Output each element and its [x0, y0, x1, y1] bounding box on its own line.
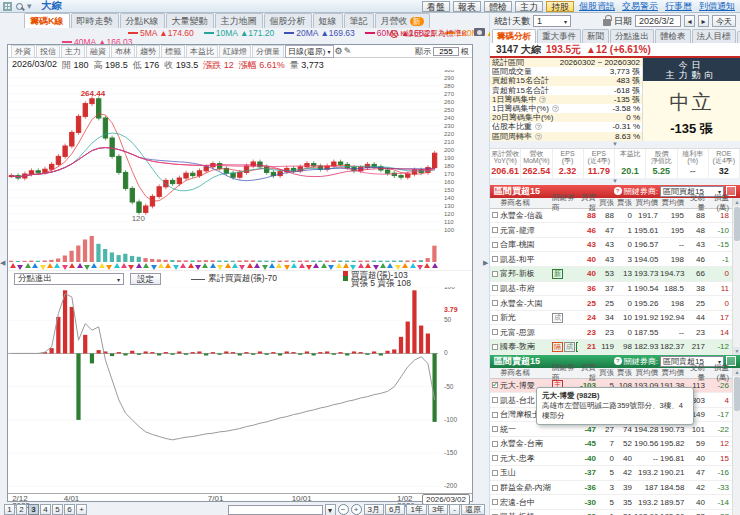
help-icon[interactable]: ? — [614, 357, 622, 365]
row-checkbox[interactable] — [492, 227, 498, 233]
broker-row[interactable]: 群益金鼎-內湖-36339187184.5842-33 — [490, 481, 740, 496]
row-checkbox[interactable] — [492, 212, 498, 218]
page-button[interactable]: 5 — [52, 504, 63, 515]
topbar-button[interactable]: 體檢 — [484, 1, 512, 12]
page-button[interactable]: 6 — [64, 504, 75, 515]
price-chart[interactable]: 3002902802702602502402302202102001901801… — [8, 70, 472, 262]
scrollbar[interactable]: ▲▼ — [732, 198, 740, 355]
chart-overlay-tab[interactable]: 投信 — [36, 45, 60, 58]
row-checkbox[interactable] — [492, 412, 498, 418]
analysis-tab[interactable]: 籌碼分析 — [492, 29, 536, 43]
analysis-tab[interactable]: 重大事件 — [537, 29, 581, 43]
broker-row[interactable]: 國泰-敦南隔成新2111998182.93182.37217-12 — [490, 340, 740, 355]
lower-settings-button[interactable]: 設定 — [130, 273, 161, 285]
chart-view-tab[interactable]: 籌碼K線 — [24, 13, 70, 28]
gear-icon[interactable]: ⚙ — [335, 46, 343, 56]
prev-day-button[interactable]: ◂ — [684, 15, 695, 27]
analysis-tab[interactable]: ETF — [737, 31, 740, 43]
period-select[interactable]: 日線(還原) ▾ — [285, 45, 334, 58]
stat-days-select[interactable]: 1▾ — [533, 15, 571, 27]
broker-row[interactable]: 永豐金-大園25250195.26198250 — [490, 296, 740, 311]
chart-view-tab[interactable]: 個股分析 — [264, 13, 312, 28]
broker-row[interactable]: 永豐金-台南-45752190.56195.825912 — [490, 437, 740, 452]
chart-overlay-tab[interactable]: 本益比 — [186, 45, 218, 58]
broker-row[interactable]: 凱基-市府36371190.54188.53811 — [490, 282, 740, 297]
row-checkbox[interactable] — [492, 285, 498, 291]
row-checkbox[interactable] — [492, 397, 498, 403]
today-button[interactable]: 今天 — [712, 15, 736, 27]
search-icon[interactable] — [16, 3, 23, 10]
topbar-link[interactable]: 個股資訊 — [579, 0, 615, 13]
topbar-button[interactable]: 主力 — [515, 1, 543, 12]
layout-grid-icon[interactable] — [3, 2, 12, 11]
analysis-tab[interactable]: 新聞 — [582, 29, 609, 43]
broker-row[interactable]: 宏遠-台中-30535193.2189.5740-14 — [490, 495, 740, 510]
chart-overlay-tab[interactable]: 趨勢 — [136, 45, 160, 58]
lock-icon[interactable] — [603, 19, 611, 26]
chart-view-tab[interactable]: 即時走勢 — [71, 13, 119, 28]
help-icon[interactable]: ? — [535, 123, 542, 130]
analysis-tab[interactable]: 體檢表 — [655, 29, 691, 43]
topbar-button[interactable]: 看盤 — [422, 1, 450, 12]
page-button[interactable]: + — [76, 504, 87, 515]
broker-row[interactable]: 元富-龍潭46471195.6119548-10 — [490, 223, 740, 238]
page-button[interactable]: 3 — [28, 504, 39, 515]
page-button[interactable]: 2 — [16, 504, 27, 515]
collapse-left-handle[interactable]: ◀ — [0, 253, 6, 273]
broker-row[interactable]: 元富-思源23230187.55--2314 — [490, 325, 740, 340]
topbar-link[interactable]: 交易警示 — [622, 0, 658, 13]
row-checkbox[interactable] — [492, 455, 498, 461]
broker-row[interactable]: 永豐金-信義88880191.71958818 — [490, 209, 740, 224]
search-dropdown-button[interactable]: ▾ — [325, 504, 336, 515]
range-button[interactable]: 6月 — [385, 504, 405, 515]
broker-row[interactable]: 玉山-37542193.2190.2147-16 — [490, 466, 740, 481]
row-checkbox[interactable] — [492, 441, 498, 447]
broker-row[interactable]: 新光成243410191.92192.944417 — [490, 311, 740, 326]
row-checkbox[interactable] — [492, 470, 498, 476]
broker-row[interactable]: 合庫-桃園43430196.57--43-15 — [490, 238, 740, 253]
range-button[interactable]: 3月 — [364, 504, 384, 515]
chart-view-tab[interactable]: 大量變動 — [166, 13, 214, 28]
topbar-button[interactable]: 報表 — [453, 1, 481, 12]
chart-view-tab[interactable]: 主力地圖 — [215, 13, 263, 28]
range-button[interactable]: 還原 — [461, 504, 485, 515]
next-day-button[interactable]: ▸ — [698, 15, 709, 27]
symbol-search-input[interactable] — [228, 505, 323, 515]
chart-overlay-tab[interactable]: 分價量 — [252, 45, 284, 58]
topbar-button[interactable]: 持股 — [546, 1, 574, 12]
row-checkbox[interactable] — [492, 271, 498, 277]
range-button[interactable]: 3年 — [428, 504, 448, 515]
help-icon[interactable]: ? — [539, 96, 546, 103]
scrollbar[interactable]: ▲▼ — [732, 368, 740, 515]
chart-view-tab[interactable]: 短線 — [313, 13, 343, 28]
chart-overlay-tab[interactable]: 外資 — [11, 45, 35, 58]
help-icon[interactable]: ? — [614, 187, 622, 195]
help-icon[interactable]: ? — [535, 133, 542, 140]
row-checkbox[interactable] — [492, 242, 498, 248]
row-checkbox[interactable] — [492, 344, 498, 350]
broker-row[interactable]: 富邦-新板新405313193.73194.73660 — [490, 267, 740, 282]
branch-flow-chart[interactable]: 100500-50-100-150-2003.79 — [8, 287, 472, 493]
row-checkbox[interactable] — [492, 329, 498, 335]
range-button[interactable]: - — [449, 504, 460, 515]
chart-overlay-tab[interactable]: 主力 — [61, 45, 85, 58]
row-checkbox[interactable] — [492, 315, 498, 321]
analysis-tab[interactable]: 分點進出 — [610, 29, 654, 43]
chart-view-tab[interactable]: 筆記 — [344, 13, 374, 28]
help-icon[interactable]: ? — [552, 105, 559, 112]
page-button[interactable]: 1 — [4, 504, 15, 515]
collapse-stats-icon[interactable]: ▼ — [490, 141, 740, 148]
chart-view-tab[interactable]: 月營收新 — [375, 13, 430, 28]
broker-row[interactable]: 元大-忠孝-40040--196.814015 — [490, 452, 740, 467]
range-button[interactable]: 1年 — [406, 504, 426, 515]
row-checkbox[interactable] — [492, 382, 498, 388]
pencil-icon[interactable]: ✎ — [344, 46, 352, 56]
broker-row[interactable]: 凱基-和平40433194.0519846-1 — [490, 252, 740, 267]
chart-overlay-tab[interactable]: 布林 — [111, 45, 135, 58]
collapse-metrics-icon[interactable]: ▼ — [490, 178, 740, 185]
row-checkbox[interactable] — [492, 256, 498, 262]
page-button[interactable]: 4 — [40, 504, 51, 515]
chart-overlay-tab[interactable]: 紅綠燈 — [219, 45, 251, 58]
topbar-link[interactable]: 行事曆 — [665, 0, 692, 13]
collapse-right-handle[interactable]: ▶ — [483, 253, 489, 273]
